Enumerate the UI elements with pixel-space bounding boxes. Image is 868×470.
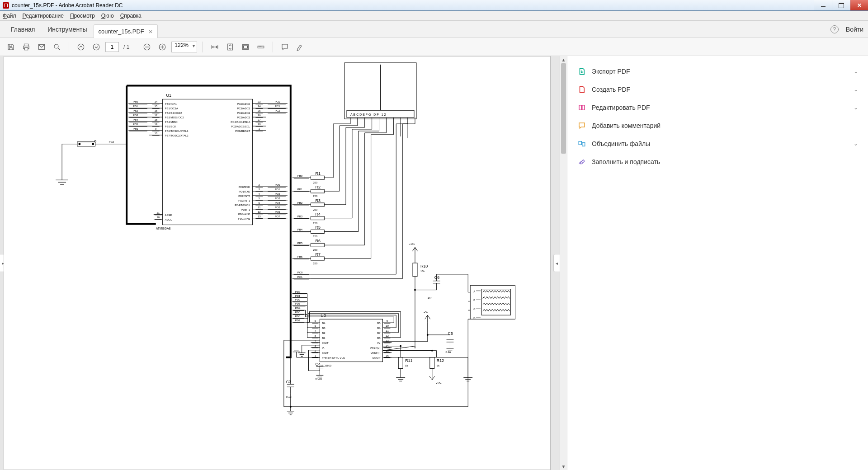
svg-rect-263 [413, 263, 417, 277]
svg-text:PB2: PB2 [133, 109, 138, 112]
scrollbar-down-icon[interactable]: ▼ [560, 463, 567, 470]
scrollbar-up-icon[interactable]: ▲ [560, 56, 567, 63]
export-pdf-button[interactable]: Экспорт PDF⌄ [576, 62, 860, 80]
edit-pdf-button[interactable]: Редактировать PDF⌄ [576, 99, 860, 117]
search-button[interactable] [51, 41, 63, 53]
zoom-select[interactable]: 122% [171, 42, 197, 52]
svg-text:PB2: PB2 [297, 202, 303, 204]
chevron-down-icon: ⌄ [854, 141, 858, 147]
fit-width-button[interactable] [208, 41, 221, 53]
window-minimize-button[interactable] [814, 0, 832, 10]
svg-text:PD2: PD2 [295, 298, 301, 301]
svg-text:24: 24 [258, 105, 261, 108]
pdf-page: U1 ATMEGA8 14PB0/ICP1PB015PB1/OC1APB116P… [4, 56, 551, 470]
menu-file[interactable]: Файл [3, 13, 16, 19]
svg-rect-399 [582, 143, 585, 146]
menu-view[interactable]: Просмотр [70, 13, 95, 19]
svg-text:PD6/AIN0: PD6/AIN0 [238, 213, 250, 216]
svg-text:1: 1 [315, 354, 316, 357]
svg-point-2 [78, 44, 84, 50]
svg-text:PB6/TOSC1/XTAL1: PB6/TOSC1/XTAL1 [165, 130, 189, 132]
svg-text:C3: C3 [286, 380, 291, 384]
window-close-button[interactable] [850, 0, 868, 10]
svg-text:16: 16 [154, 109, 157, 112]
svg-rect-242 [311, 257, 325, 260]
svg-text:R1: R1 [315, 171, 320, 176]
svg-text:PB5: PB5 [297, 242, 303, 244]
svg-text:PD3: PD3 [275, 197, 280, 200]
page-up-button[interactable] [75, 41, 87, 53]
tab-document-close-icon[interactable]: × [149, 28, 153, 35]
svg-text:ABCDEFG DP  12: ABCDEFG DP 12 [350, 113, 387, 116]
svg-text:250: 250 [313, 195, 318, 197]
page-down-button[interactable] [90, 41, 103, 53]
menu-help[interactable]: Справка [120, 13, 142, 19]
svg-text:PC4/ADC4/SDA: PC4/ADC4/SDA [231, 121, 250, 123]
create-pdf-button[interactable]: Создать PDF⌄ [576, 80, 860, 99]
svg-rect-397 [582, 105, 585, 110]
document-area[interactable]: ▸ ◂ U1 ATMEGA8 14PB0/ICP1PB015PB1/OC1APB… [0, 56, 560, 470]
svg-text:5k: 5k [405, 364, 408, 367]
save-button[interactable] [5, 41, 17, 53]
svg-rect-197 [311, 189, 325, 193]
window-maximize-button[interactable] [832, 0, 850, 10]
menu-edit[interactable]: Редактирование [23, 13, 64, 19]
fill-sign-button[interactable]: Заполнить и подписать [576, 153, 860, 171]
zoom-out-button[interactable] [141, 41, 153, 53]
svg-text:PC0/ADC0: PC0/ADC0 [237, 103, 250, 105]
svg-text:1nF: 1nF [428, 296, 433, 299]
svg-text:PC0: PC0 [297, 271, 303, 274]
svg-text:20: 20 [156, 216, 160, 219]
reading-mode-button[interactable] [239, 41, 252, 53]
svg-text:PD5: PD5 [275, 206, 280, 209]
print-button[interactable] [20, 41, 33, 53]
svg-text:R12: R12 [437, 358, 444, 363]
email-button[interactable] [35, 41, 48, 53]
vertical-scrollbar[interactable]: ▲ ▼ [560, 56, 567, 470]
highlight-button[interactable] [294, 41, 307, 53]
fit-page-button[interactable] [224, 41, 236, 53]
svg-text:PB1: PB1 [297, 188, 303, 191]
tab-home[interactable]: Главная [5, 21, 41, 38]
ruler-button[interactable] [255, 41, 267, 53]
tab-document[interactable]: counter_15s.PDF × [94, 24, 158, 38]
svg-text:PB3/MOSI/OC2: PB3/MOSI/OC2 [165, 116, 184, 119]
svg-text:PD7/AIN1: PD7/AIN1 [238, 217, 250, 220]
tab-tools[interactable]: Инструменты [41, 21, 93, 38]
svg-text:PD1/TXD: PD1/TXD [239, 190, 250, 193]
svg-point-390 [431, 350, 433, 352]
svg-rect-279 [320, 319, 382, 362]
svg-text:U3: U3 [321, 313, 326, 318]
svg-text:10k: 10k [420, 270, 425, 273]
right-panel-toggle[interactable]: ◂ [553, 254, 560, 272]
login-button[interactable]: Войти [846, 26, 863, 33]
svg-text:R10: R10 [420, 264, 428, 268]
help-icon[interactable]: ? [830, 25, 839, 33]
svg-text:R2: R2 [315, 185, 320, 189]
svg-text:COMP: COMP [373, 357, 381, 359]
combine-files-button[interactable]: Объединить файлы⌄ [576, 135, 860, 153]
svg-text:C5: C5 [448, 331, 453, 336]
svg-text:D: D [473, 317, 476, 320]
svg-text:R11: R11 [405, 358, 412, 363]
zoom-in-button[interactable] [156, 41, 169, 53]
menu-window[interactable]: Окно [101, 13, 114, 19]
svg-text:V+: V+ [377, 342, 381, 344]
page-number-input[interactable] [105, 42, 119, 52]
comment-button[interactable] [278, 41, 291, 53]
svg-text:C4: C4 [315, 362, 320, 367]
svg-text:4: 4 [315, 339, 316, 342]
svg-text:6: 6 [259, 202, 260, 204]
svg-point-169 [92, 143, 94, 145]
svg-text:PD3/INT1: PD3/INT1 [238, 199, 250, 202]
svg-text:+10v: +10v [436, 382, 442, 385]
svg-text:9: 9 [155, 127, 157, 130]
svg-text:PD4: PD4 [295, 307, 301, 310]
scrollbar-thumb[interactable] [561, 63, 566, 154]
window-title: counter_15s.PDF - Adobe Acrobat Reader D… [12, 2, 123, 9]
svg-text:A: A [473, 290, 475, 293]
add-comment-button[interactable]: Добавить комментарий [576, 117, 860, 135]
svg-text:+5v: +5v [424, 311, 428, 314]
svg-text:PB4: PB4 [297, 228, 303, 231]
svg-text:IOUT: IOUT [322, 342, 329, 344]
